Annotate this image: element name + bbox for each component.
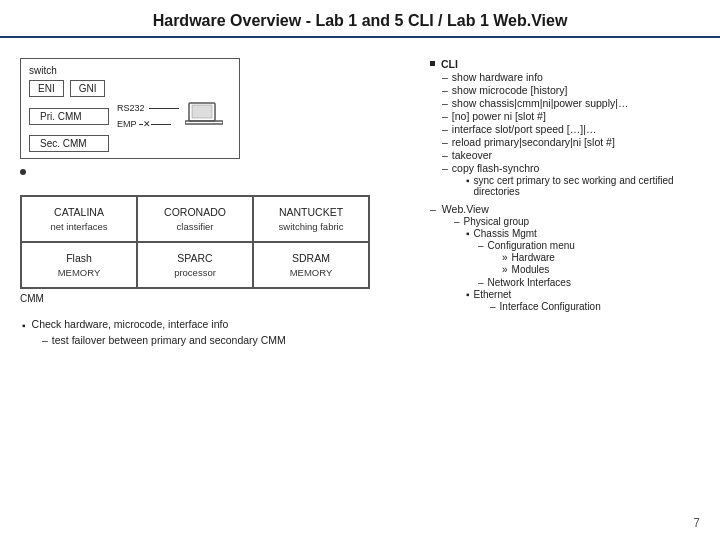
cmm-label: CMM bbox=[20, 293, 410, 304]
cli-item-4: –interface slot/port speed […]|… bbox=[442, 123, 700, 135]
sync-bullet-icon: ▪ bbox=[466, 175, 470, 197]
left-panel: switch ENI GNI Pri. CMM RS232 EMP bbox=[20, 48, 410, 346]
connector-dot bbox=[20, 169, 26, 175]
eth-bullet: ▪ bbox=[466, 289, 470, 300]
svg-rect-2 bbox=[185, 121, 223, 124]
cli-dash-7: – bbox=[442, 162, 448, 174]
cmm-row-1: CATALINA net interfaces CORONADO classif… bbox=[21, 196, 369, 242]
bottom-dash-text: test failover between primary and second… bbox=[52, 334, 286, 346]
chassis-bullet-icon: ▪ bbox=[466, 228, 470, 239]
cli-item-7: –copy flash-synchro bbox=[442, 162, 700, 174]
config-menu-text: Configuration menu bbox=[488, 240, 575, 251]
config-dash-icon: – bbox=[478, 240, 484, 251]
modules-text: Modules bbox=[512, 264, 550, 275]
cli-dash-6: – bbox=[442, 149, 448, 161]
sec-cmm-box: Sec. CMM bbox=[29, 135, 109, 152]
cli-item-5: –reload primary|secondary|ni [slot #] bbox=[442, 136, 700, 148]
cmm-row-2: Flash MEMORY SPARC processor SDRAM MEMOR… bbox=[21, 242, 369, 288]
hardware-text: Hardware bbox=[512, 252, 555, 263]
cli-item-3: –[no] power ni [slot #] bbox=[442, 110, 700, 122]
right-panel: CLI –show hardware info–show microcode [… bbox=[430, 48, 700, 346]
sdram-cell: SDRAM MEMORY bbox=[253, 242, 369, 288]
catalina-cell: CATALINA net interfaces bbox=[21, 196, 137, 242]
cli-title: CLI bbox=[441, 58, 458, 70]
config-menu: – Configuration menu bbox=[478, 240, 700, 251]
gni-box: GNI bbox=[70, 80, 106, 97]
ethernet-item: ▪ Ethernet bbox=[466, 289, 700, 300]
modules-arrow: » bbox=[502, 264, 508, 275]
eni-box: ENI bbox=[29, 80, 64, 97]
coronado-cell: CORONADO classifier bbox=[137, 196, 253, 242]
cli-dash-2: – bbox=[442, 97, 448, 109]
cli-dash-0: – bbox=[442, 71, 448, 83]
switch-box: switch ENI GNI Pri. CMM RS232 EMP bbox=[20, 58, 240, 159]
cmm-grid: CATALINA net interfaces CORONADO classif… bbox=[20, 195, 370, 289]
nantucket-cell: NANTUCKET switching fabric bbox=[253, 196, 369, 242]
network-interfaces-text: Network Interfaces bbox=[488, 277, 571, 288]
cli-dash-4: – bbox=[442, 123, 448, 135]
hardware-item: » Hardware bbox=[502, 252, 700, 263]
ic-dash: – bbox=[490, 301, 496, 312]
rs232-label: RS232 bbox=[117, 103, 145, 113]
bottom-section: ▪ Check hardware, microcode, interface i… bbox=[20, 318, 410, 346]
sync-cert-text: sync cert primary to sec working and cer… bbox=[474, 175, 700, 197]
cli-dash-3: – bbox=[442, 110, 448, 122]
cli-item-6: –takeover bbox=[442, 149, 700, 161]
pri-cmm-box: Pri. CMM bbox=[29, 108, 109, 125]
cli-list: –show hardware info–show microcode [hist… bbox=[430, 71, 700, 174]
pg-dash: – bbox=[454, 216, 460, 227]
physical-group: – Physical group bbox=[454, 216, 700, 227]
physical-group-text: Physical group bbox=[464, 216, 530, 227]
webview-dash-icon: – bbox=[430, 203, 436, 215]
hardware-arrow: » bbox=[502, 252, 508, 263]
sparc-cell: SPARC processor bbox=[137, 242, 253, 288]
cli-item-0: –show hardware info bbox=[442, 71, 700, 83]
network-interfaces-item: – Network Interfaces bbox=[478, 277, 700, 288]
ni-dash: – bbox=[478, 277, 484, 288]
emp-label: EMP bbox=[117, 119, 137, 129]
bottom-dash-icon: – bbox=[42, 334, 48, 346]
modules-item: » Modules bbox=[502, 264, 700, 275]
page-title: Hardware Overview - Lab 1 and 5 CLI / La… bbox=[0, 0, 720, 38]
interface-config-item: – Interface Configuration bbox=[490, 301, 700, 312]
cli-dash-5: – bbox=[442, 136, 448, 148]
flash-memory-cell: Flash MEMORY bbox=[21, 242, 137, 288]
svg-rect-1 bbox=[192, 105, 212, 118]
cli-item-2: –show chassis|cmm|ni|power supply|… bbox=[442, 97, 700, 109]
webview-title: Web.View bbox=[442, 203, 489, 215]
page-number: 7 bbox=[693, 516, 700, 530]
sync-cert-item: ▪ sync cert primary to sec working and c… bbox=[466, 175, 700, 197]
ethernet-text: Ethernet bbox=[474, 289, 512, 300]
cli-item-1: –show microcode [history] bbox=[442, 84, 700, 96]
switch-label: switch bbox=[29, 65, 231, 76]
laptop-icon bbox=[185, 101, 223, 131]
cli-bullet-icon bbox=[430, 61, 435, 66]
bottom-bullet-text: Check hardware, microcode, interface inf… bbox=[32, 318, 229, 330]
bottom-bullet-icon: ▪ bbox=[22, 320, 26, 331]
chassis-mgmt: ▪ Chassis Mgmt bbox=[466, 228, 700, 239]
cli-dash-1: – bbox=[442, 84, 448, 96]
chassis-mgmt-text: Chassis Mgmt bbox=[474, 228, 537, 239]
interface-config-text: Interface Configuration bbox=[500, 301, 601, 312]
